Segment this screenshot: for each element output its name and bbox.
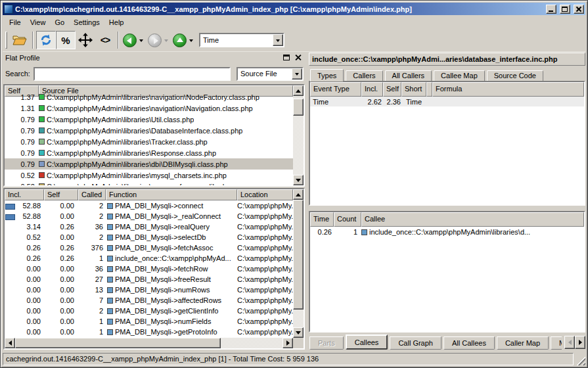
menu-view[interactable]: View (26, 16, 51, 28)
resize-grip[interactable] (576, 356, 585, 365)
source-file-row[interactable]: 1.37 C:\xampp\phpMyAdmin\libraries\navig… (5, 91, 293, 103)
column-header-self[interactable]: Self (44, 189, 78, 200)
detail-tab[interactable]: Types (310, 69, 344, 81)
bottom-tab[interactable]: Callees (346, 334, 388, 350)
callee-row[interactable]: 0.26 1 include_once::C:\xampp\phpMyAdmin… (310, 227, 584, 237)
source-file-row[interactable]: 0.52 C:\xampp\phpMyAdmin\libraries\mysql… (5, 170, 293, 181)
source-file-row[interactable]: 0.79 C:\xampp\phpMyAdmin\libraries\Util.… (5, 114, 293, 125)
back-button[interactable] (122, 31, 137, 49)
function-row[interactable]: 0.00 0.00 2 PMA_DBI_Mysqli->getClientInf… (5, 306, 293, 316)
column-header-incl[interactable]: Incl. (5, 189, 44, 200)
combo-dropdown-button[interactable] (292, 68, 302, 80)
maximize-button[interactable] (560, 5, 570, 14)
dock-layout-button[interactable] (76, 31, 95, 49)
function-row[interactable]: 52.88 0.00 2 PMA_DBI_Mysqli->_realConnec… (5, 211, 293, 221)
event-type-row[interactable]: Time 2.62 2.36 Time (310, 97, 584, 106)
function-row[interactable]: 0.52 0.00 2 PMA_DBI_Mysqli->selectDb C:\… (5, 232, 293, 242)
bottom-tab[interactable]: Parts (309, 336, 344, 350)
minimize-button[interactable] (546, 5, 556, 14)
menu-settings[interactable]: Settings (69, 16, 104, 28)
file-path-cell: C:\xampp\phpMyAdmin\libraries\DatabaseIn… (47, 127, 242, 135)
function-icon (107, 203, 113, 209)
detail-tab[interactable]: Callee Map (434, 70, 485, 81)
scrollbar-thumb[interactable] (293, 200, 304, 310)
function-row[interactable]: 52.88 0.00 2 PMA_DBI_Mysqli->connect C:\… (5, 200, 293, 211)
event-type-combo[interactable]: Time (199, 33, 284, 47)
scrollbar-thumb[interactable] (293, 99, 304, 116)
function-row[interactable]: 0.00 0.00 1 PMA_DBI_Mysqli->numFields C:… (5, 316, 293, 327)
search-input[interactable] (34, 67, 231, 81)
source-file-row[interactable]: 0.79 C:\xampp\phpMyAdmin\libraries\Datab… (5, 125, 293, 136)
reload-button[interactable] (36, 31, 56, 49)
scrollbar-track[interactable] (293, 200, 304, 327)
function-row[interactable]: 0.00 0.00 27 PMA_DBI_Mysqli->freeResult … (5, 274, 293, 285)
function-name-cell: PMA_DBI_Mysqli->numRows (106, 286, 237, 294)
called-count-cell: 27 (78, 275, 106, 283)
menu-file[interactable]: File (5, 16, 26, 28)
dock-float-button[interactable] (282, 53, 292, 62)
function-row[interactable]: 0.00 0.00 36 PMA_DBI_Mysqli->fetchRow C:… (5, 264, 293, 274)
column-header-incl[interactable]: Incl. (361, 82, 383, 97)
source-file-row[interactable]: 0.79 C:\xampp\phpMyAdmin\libraries\Track… (5, 136, 293, 147)
bottom-tab[interactable]: Machine (551, 336, 562, 350)
function-row[interactable]: 0.26 0.26 1 include_once::C:\xampp\phpMy… (5, 253, 293, 264)
scrollbar-track[interactable] (293, 96, 304, 175)
dock-title-bar[interactable]: Flat Profile (3, 52, 305, 64)
column-header-called[interactable]: Called (78, 189, 106, 200)
scroll-up-button[interactable] (293, 189, 304, 200)
function-row[interactable]: 0.00 0.00 13 PMA_DBI_Mysqli->numRows C:\… (5, 285, 293, 295)
source-file-row[interactable]: 0.79 C:\xampp\phpMyAdmin\libraries\dbi\D… (5, 158, 293, 170)
detail-tab[interactable]: All Callers (385, 70, 432, 81)
percent-toggle-button[interactable]: % (56, 31, 76, 49)
back-dropdown-button[interactable] (137, 32, 145, 49)
dock-close-button[interactable] (293, 53, 303, 62)
bottom-tab[interactable]: All Callees (443, 336, 495, 350)
function-row[interactable]: 0.00 0.00 1 PMA_DBI_Mysqli->getProtoInfo… (5, 327, 293, 337)
scroll-down-button[interactable] (293, 327, 304, 338)
detail-tab[interactable]: Callers (346, 70, 382, 81)
scroll-left-button[interactable] (5, 338, 15, 348)
close-button[interactable] (574, 5, 584, 14)
column-header-function[interactable]: Function (106, 189, 237, 200)
detail-tab[interactable]: Source Code (487, 70, 543, 81)
combo-dropdown-button[interactable] (273, 34, 283, 46)
column-header-count[interactable]: Count (334, 212, 361, 227)
function-row[interactable]: 3.14 0.26 36 PMA_DBI_Mysqli->realQuery C… (5, 221, 293, 232)
up-button[interactable] (171, 31, 187, 49)
function-row[interactable]: 0.00 0.00 7 PMA_DBI_Mysqli->affectedRows… (5, 295, 293, 306)
source-file-row[interactable]: 0.52 C:\xampp\phpMyAdmin\libraries\user_… (5, 181, 293, 185)
column-header-event-type[interactable]: Event Type (310, 82, 361, 97)
function-row[interactable]: 0.26 0.26 376 PMA_DBI_Mysqli->fetchAssoc… (5, 242, 293, 253)
bottom-tab-bar: PartsCalleesCall GraphAll CalleesCaller … (309, 334, 562, 350)
bottom-tab[interactable]: Call Graph (390, 336, 441, 350)
column-header-short[interactable]: Short (401, 82, 426, 97)
menu-help[interactable]: Help (104, 16, 129, 28)
scroll-down-button[interactable] (293, 175, 304, 185)
title-bar[interactable]: C:\xampp\tmp\cachegrind.out.1416463299-C… (3, 3, 585, 15)
toolbar-handle[interactable] (5, 32, 7, 49)
location-cell: C:\xampp\phpMy... (237, 212, 293, 220)
source-file-row[interactable]: 1.31 C:\xampp\phpMyAdmin\libraries\navig… (5, 103, 293, 114)
group-by-combo[interactable]: Source File (237, 67, 304, 81)
menu-go[interactable]: Go (50, 16, 69, 28)
column-header-formula[interactable]: Formula (432, 82, 584, 97)
scroll-left-icon (566, 340, 572, 345)
self-cost-cell: 0.00 (44, 296, 78, 304)
column-header-time[interactable]: Time (310, 212, 334, 227)
scrollbar-thumb[interactable] (15, 338, 221, 348)
self-cost-cell: 0.00 (44, 233, 78, 241)
tab-scroll-right-button[interactable] (575, 336, 585, 349)
column-header-self[interactable]: Self (383, 82, 401, 97)
sidebar-resize-button[interactable]: <> (95, 31, 115, 49)
scroll-up-button[interactable] (293, 85, 304, 96)
open-button[interactable] (10, 31, 30, 49)
file-icon (39, 127, 45, 133)
up-dropdown-button[interactable] (187, 32, 195, 49)
source-file-row[interactable]: 0.79 C:\xampp\phpMyAdmin\libraries\Respo… (5, 147, 293, 158)
scroll-right-button[interactable] (283, 338, 293, 348)
scrollbar-track[interactable] (15, 338, 283, 348)
bottom-tab[interactable]: Caller Map (497, 336, 549, 350)
column-header-callee[interactable]: Callee (361, 212, 584, 227)
column-header-location[interactable]: Location (237, 189, 293, 200)
called-count-cell: 13 (78, 286, 106, 294)
